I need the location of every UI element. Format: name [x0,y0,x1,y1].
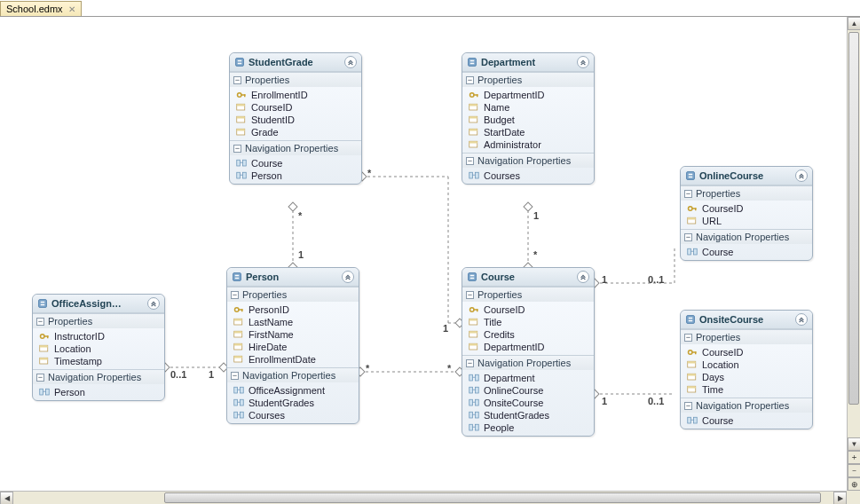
navigation-item[interactable]: Person [33,386,164,398]
minus-icon[interactable]: − [684,190,692,198]
minus-icon[interactable]: − [466,76,474,84]
property-item[interactable]: Timestamp [33,355,164,367]
minus-icon[interactable]: − [231,291,239,299]
section-header[interactable]: −Navigation Properties [462,154,594,168]
section-header[interactable]: −Properties [681,330,812,344]
navigation-item[interactable]: StudentGrades [227,397,359,409]
section-header[interactable]: −Properties [230,73,361,87]
property-item[interactable]: Grade [230,126,361,138]
entity-header[interactable]: StudentGrade [230,53,361,72]
minus-icon[interactable]: − [466,157,474,165]
entity-header[interactable]: Department [462,53,594,72]
zoom-in-button[interactable]: ＋ [848,451,860,464]
property-item[interactable]: CourseID [462,303,594,316]
navigation-item[interactable]: People [462,421,594,434]
property-item[interactable]: Location [681,358,812,371]
property-item[interactable]: Administrator [462,138,594,151]
entity-department[interactable]: Department−PropertiesDepartmentIDNameBud… [462,52,595,185]
property-item[interactable]: Location [33,343,164,355]
minus-icon[interactable]: − [231,372,239,380]
vertical-scrollbar[interactable]: ▲ ▼ ＋ － ⊕ [847,17,860,491]
navigation-item[interactable]: Course [681,246,812,258]
navigation-item[interactable]: OfficeAssignment [227,384,359,397]
property-item[interactable]: Name [462,101,594,114]
scroll-down-button[interactable]: ▼ [848,437,860,451]
scroll-track[interactable] [13,492,833,504]
scroll-thumb[interactable] [164,492,821,503]
property-item[interactable]: HireDate [227,341,359,353]
entity-header[interactable]: OfficeAssign… [33,295,164,313]
minus-icon[interactable]: − [233,145,241,153]
property-item[interactable]: Credits [462,328,594,341]
entity-online-course[interactable]: OnlineCourse−PropertiesCourseIDURL−Navig… [680,166,813,261]
entity-header[interactable]: Course [462,268,594,287]
navigation-item[interactable]: Course [230,157,361,169]
entity-student-grade[interactable]: StudentGrade−PropertiesEnrollmentIDCours… [229,52,362,185]
collapse-button[interactable] [577,271,589,283]
zoom-out-button[interactable]: － [848,464,860,477]
section-header[interactable]: −Properties [227,287,359,302]
scroll-up-button[interactable]: ▲ [848,17,860,30]
minus-icon[interactable]: − [466,291,474,299]
scroll-thumb[interactable] [848,32,859,405]
navigation-item[interactable]: Course [681,414,812,427]
minus-icon[interactable]: − [36,374,44,382]
entity-office-assignment[interactable]: OfficeAssign…−PropertiesInstructorIDLoca… [32,294,165,401]
scroll-track[interactable] [848,30,860,437]
property-item[interactable]: CourseID [681,202,812,215]
minus-icon[interactable]: − [466,359,474,367]
navigation-item[interactable]: Person [230,169,361,182]
section-header[interactable]: −Properties [33,314,164,328]
scroll-left-button[interactable]: ◀ [0,492,13,504]
property-item[interactable]: Title [462,316,594,328]
scroll-right-button[interactable]: ▶ [833,492,847,504]
navigation-item[interactable]: OnlineCourse [462,384,594,397]
section-header[interactable]: −Navigation Properties [227,368,359,382]
collapse-button[interactable] [795,169,808,182]
entity-course[interactable]: Course−PropertiesCourseIDTitleCreditsDep… [462,267,595,437]
fit-button[interactable]: ⊕ [848,477,860,491]
property-item[interactable]: CourseID [230,101,361,114]
collapse-button[interactable] [342,271,354,283]
property-item[interactable]: EnrollmentDate [227,353,359,366]
property-item[interactable]: Time [681,383,812,396]
entity-header[interactable]: Person [227,268,359,287]
designer-canvas[interactable]: 0..1 1 * 1 * 1 1 * * * 1 0..1 1 0..1 Off… [0,17,847,491]
property-item[interactable]: URL [681,215,812,227]
minus-icon[interactable]: − [684,233,692,241]
property-item[interactable]: DepartmentID [462,341,594,353]
property-item[interactable]: Budget [462,114,594,126]
collapse-button[interactable] [147,297,160,310]
property-item[interactable]: StudentID [230,114,361,126]
entity-onsite-course[interactable]: OnsiteCourse−PropertiesCourseIDLocationD… [680,310,813,429]
horizontal-scrollbar[interactable]: ◀ ▶ [0,491,847,504]
property-item[interactable]: CourseID [681,346,812,358]
close-icon[interactable]: ✕ [68,4,75,14]
section-header[interactable]: −Navigation Properties [681,398,812,413]
tab-school-edmx[interactable]: School.edmx ✕ [0,1,82,16]
navigation-item[interactable]: Courses [462,169,594,182]
collapse-button[interactable] [795,313,808,326]
property-item[interactable]: Days [681,371,812,383]
property-item[interactable]: FirstName [227,328,359,341]
collapse-button[interactable] [344,56,357,68]
section-header[interactable]: −Properties [462,73,594,87]
collapse-button[interactable] [577,56,589,68]
section-header[interactable]: −Navigation Properties [462,356,594,370]
section-header[interactable]: −Properties [681,186,812,201]
navigation-item[interactable]: OnsiteCourse [462,397,594,409]
property-item[interactable]: DepartmentID [462,89,594,101]
section-header[interactable]: −Navigation Properties [230,141,361,155]
property-item[interactable]: PersonID [227,303,359,316]
entity-header[interactable]: OnsiteCourse [681,311,812,329]
property-item[interactable]: LastName [227,316,359,328]
section-header[interactable]: −Properties [462,287,594,302]
property-item[interactable]: InstructorID [33,330,164,343]
section-header[interactable]: −Navigation Properties [33,370,164,384]
entity-header[interactable]: OnlineCourse [681,167,812,185]
property-item[interactable]: EnrollmentID [230,89,361,101]
minus-icon[interactable]: − [233,76,241,84]
minus-icon[interactable]: − [36,318,44,326]
entity-person[interactable]: Person−PropertiesPersonIDLastNameFirstNa… [226,267,359,424]
navigation-item[interactable]: Courses [227,409,359,421]
